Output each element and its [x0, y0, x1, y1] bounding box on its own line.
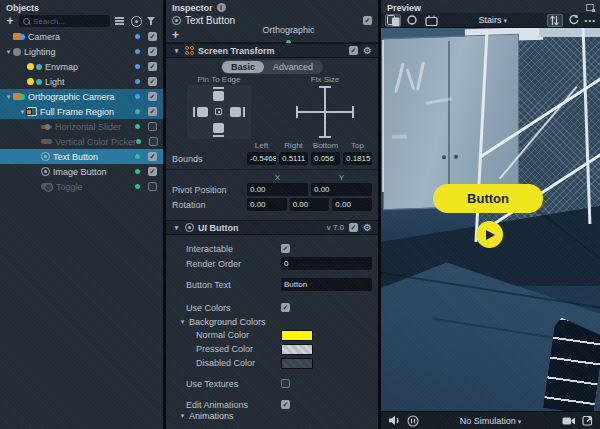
tree-item-toggle[interactable]: Toggle [0, 179, 163, 194]
pivot-x-field[interactable]: 0.00 [247, 183, 308, 196]
rotation-x-field[interactable]: 0.00 [247, 198, 287, 211]
scene-selector-dropdown[interactable]: Stairs [442, 15, 544, 25]
object-enabled-checkbox[interactable] [363, 16, 372, 25]
tree-item-label: Orthographic Camera [28, 92, 115, 102]
bounds-label: Bounds [172, 154, 244, 164]
enabled-checkbox[interactable] [149, 137, 158, 146]
enabled-checkbox[interactable] [148, 107, 157, 116]
enabled-checkbox[interactable] [148, 62, 157, 71]
enabled-checkbox[interactable] [148, 32, 157, 41]
component-enabled-checkbox[interactable] [349, 46, 358, 55]
pivot-position-label: Pivot Position [172, 185, 244, 195]
tree-item-horizontal-slider[interactable]: Horizontal Slider [0, 119, 163, 134]
ui-button-header[interactable]: UI Button v 7.0 [166, 220, 378, 235]
chevron-down-icon[interactable] [172, 224, 181, 232]
lens-circle-icon[interactable] [404, 14, 420, 27]
tree-item-vertical-color-picker[interactable]: Vertical Color Picker [0, 134, 163, 149]
enabled-checkbox[interactable] [148, 77, 157, 86]
chevron-down-icon[interactable] [178, 412, 187, 419]
search-input[interactable] [33, 17, 106, 26]
animations-row[interactable]: Animations [166, 412, 378, 419]
use-textures-checkbox[interactable] [281, 379, 290, 388]
gear-icon[interactable] [363, 46, 372, 56]
preview-button-overlay[interactable]: Button [433, 184, 543, 213]
screen-transform-header[interactable]: Screen Transform [166, 43, 378, 58]
green-status-dot [135, 109, 140, 114]
edit-animations-row: Edit Animations [166, 397, 378, 412]
device-capture-icon[interactable] [423, 14, 439, 27]
normal-color-swatch[interactable] [281, 330, 313, 341]
tab-advanced[interactable]: Advanced [264, 61, 322, 73]
simulation-selector-dropdown[interactable]: No Simulation [425, 416, 556, 426]
pivot-y-field[interactable]: 0.00 [311, 183, 372, 196]
tree-item-label: Text Button [53, 152, 98, 162]
pivot-position-row: Pivot Position 0.00 0.00 [166, 182, 378, 197]
enabled-checkbox[interactable] [148, 152, 157, 161]
tree-item-orthographic-camera[interactable]: Orthographic Camera [0, 89, 163, 104]
webcam-icon[interactable] [562, 416, 576, 426]
add-component-button plus-icon[interactable] [172, 30, 179, 40]
normal-color-row: Normal Color [166, 328, 378, 342]
inspector-title-text: Inspector [172, 3, 213, 13]
enabled-checkbox[interactable] [148, 122, 157, 131]
rotation-z-field[interactable]: 0.00 [332, 198, 372, 211]
tab-basic[interactable]: Basic [222, 61, 264, 73]
interactable-checkbox[interactable] [281, 244, 290, 253]
fix-size-widget[interactable] [293, 85, 357, 139]
expander-icon[interactable] [4, 48, 13, 56]
list-view-icon[interactable] [114, 16, 126, 26]
bounds-left-field[interactable]: -0.5468 [247, 152, 276, 165]
axis-headers: X Y [166, 172, 378, 182]
bounds-right-field[interactable]: 0.5111 [279, 152, 308, 165]
search-box[interactable] [19, 15, 110, 27]
expander-icon[interactable] [4, 93, 13, 101]
button-text-field[interactable]: Button [281, 278, 372, 291]
rotation-label: Rotation [172, 200, 244, 210]
preview-toolbar: Stairs [381, 13, 600, 28]
pause-icon[interactable] [407, 415, 419, 427]
use-colors-row: Use Colors [166, 300, 378, 315]
tree-item-label: Vertical Color Picker [55, 137, 136, 147]
popout-icon[interactable] [586, 4, 594, 11]
render-order-field[interactable]: 0 [281, 257, 372, 270]
reset-icon[interactable] [566, 14, 582, 27]
swap-orientation-icon[interactable] [547, 14, 563, 27]
audio-icon[interactable] [388, 415, 401, 426]
tree-item-full-frame-region[interactable]: Full Frame Region [0, 104, 163, 119]
more-options-icon[interactable] [585, 16, 596, 25]
bounds-bottom-field[interactable]: 0.056 [311, 152, 340, 165]
pressed-color-swatch[interactable] [281, 344, 313, 355]
enabled-checkbox[interactable] [148, 182, 157, 191]
orthographic-camera-icon [13, 93, 25, 100]
gear-icon[interactable] [363, 223, 372, 233]
disabled-color-swatch[interactable] [281, 358, 313, 369]
visibility-icon[interactable] [130, 16, 142, 26]
add-object-button plus-icon[interactable] [5, 16, 15, 26]
pin-to-edge-widget[interactable] [187, 85, 251, 139]
bounds-top-field[interactable]: 0.1815 [343, 152, 372, 165]
component-enabled-checkbox[interactable] [349, 223, 358, 232]
tree-item-camera[interactable]: Camera [0, 29, 163, 44]
tree-item-lighting[interactable]: Lighting [0, 44, 163, 59]
capture-icon[interactable] [582, 415, 593, 426]
tree-item-image-button[interactable]: Image Button [0, 164, 163, 179]
tree-item-light[interactable]: Light [0, 74, 163, 89]
play-icon[interactable] [476, 221, 503, 248]
filter-icon[interactable] [146, 16, 158, 26]
chevron-down-icon[interactable] [178, 318, 187, 326]
animations-label: Animations [189, 412, 234, 419]
inspector-panel: Inspector Text Button Orthographic Scree… [166, 0, 378, 429]
enabled-checkbox[interactable] [148, 47, 157, 56]
rotation-y-field[interactable]: 0.00 [290, 198, 330, 211]
edit-animations-checkbox[interactable] [281, 400, 290, 409]
chevron-down-icon[interactable] [172, 47, 181, 55]
preview-viewport[interactable]: Button [381, 28, 600, 411]
disabled-color-label: Disabled Color [196, 358, 281, 368]
enabled-checkbox[interactable] [148, 92, 157, 101]
use-colors-checkbox[interactable] [281, 303, 290, 312]
enabled-checkbox[interactable] [148, 167, 157, 176]
background-colors-row[interactable]: Background Colors [166, 315, 378, 328]
device-pair-icon[interactable] [385, 14, 401, 27]
tree-item-envmap[interactable]: Envmap [0, 59, 163, 74]
tree-item-text-button[interactable]: Text Button [0, 149, 163, 164]
